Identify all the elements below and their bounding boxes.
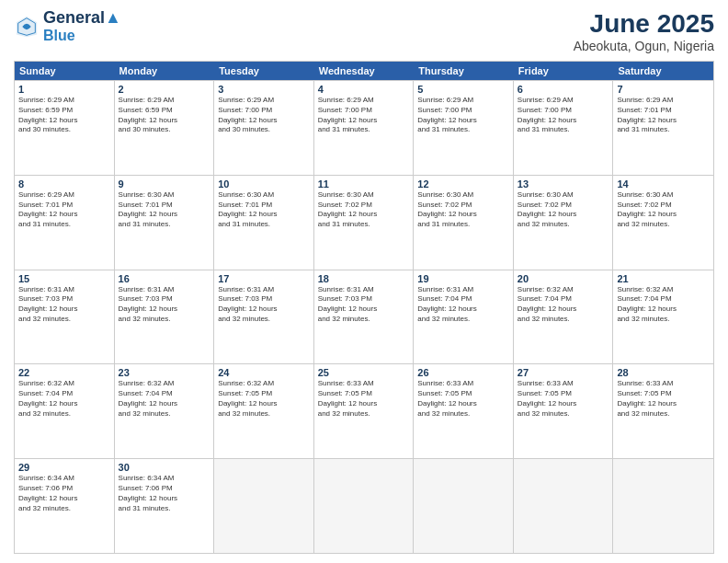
empty-cell xyxy=(514,459,614,553)
day-info: Sunrise: 6:31 AMSunset: 7:03 PMDaylight:… xyxy=(119,285,210,325)
day-info: Sunrise: 6:31 AMSunset: 7:03 PMDaylight:… xyxy=(318,285,410,325)
day-cell-17: 17Sunrise: 6:31 AMSunset: 7:03 PMDayligh… xyxy=(214,270,314,364)
day-info: Sunrise: 6:34 AMSunset: 7:06 PMDaylight:… xyxy=(18,474,110,513)
day-number: 29 xyxy=(18,462,110,473)
empty-cell xyxy=(214,459,314,553)
day-number: 21 xyxy=(617,273,710,284)
day-info: Sunrise: 6:32 AMSunset: 7:05 PMDaylight:… xyxy=(218,379,310,419)
logo: General▲ Blue xyxy=(14,9,121,43)
week-row-2: 15Sunrise: 6:31 AMSunset: 7:03 PMDayligh… xyxy=(15,270,713,364)
day-cell-30: 30Sunrise: 6:34 AMSunset: 7:06 PMDayligh… xyxy=(115,459,215,553)
title-block: June 2025 Abeokuta, Ogun, Nigeria xyxy=(574,9,714,53)
day-number: 17 xyxy=(218,273,310,284)
day-info: Sunrise: 6:29 AMSunset: 7:00 PMDaylight:… xyxy=(518,96,609,135)
day-info: Sunrise: 6:32 AMSunset: 7:04 PMDaylight:… xyxy=(617,285,710,325)
day-number: 14 xyxy=(617,178,710,190)
day-number: 16 xyxy=(119,273,210,284)
day-info: Sunrise: 6:30 AMSunset: 7:01 PMDaylight:… xyxy=(119,190,210,230)
day-info: Sunrise: 6:31 AMSunset: 7:04 PMDaylight:… xyxy=(417,285,509,325)
day-info: Sunrise: 6:30 AMSunset: 7:01 PMDaylight:… xyxy=(218,190,310,230)
day-cell-23: 23Sunrise: 6:32 AMSunset: 7:04 PMDayligh… xyxy=(115,364,215,458)
day-cell-11: 11Sunrise: 6:30 AMSunset: 7:02 PMDayligh… xyxy=(314,176,415,270)
day-cell-4: 4Sunrise: 6:29 AMSunset: 7:00 PMDaylight… xyxy=(314,81,415,175)
day-cell-18: 18Sunrise: 6:31 AMSunset: 7:03 PMDayligh… xyxy=(314,270,415,364)
day-info: Sunrise: 6:30 AMSunset: 7:02 PMDaylight:… xyxy=(318,190,410,230)
day-info: Sunrise: 6:31 AMSunset: 7:03 PMDaylight:… xyxy=(218,285,310,325)
day-info: Sunrise: 6:32 AMSunset: 7:04 PMDaylight:… xyxy=(518,285,609,325)
day-info: Sunrise: 6:29 AMSunset: 7:00 PMDaylight:… xyxy=(218,96,310,135)
empty-cell xyxy=(613,459,713,553)
day-number: 23 xyxy=(119,367,210,378)
calendar-body: 1Sunrise: 6:29 AMSunset: 6:59 PMDaylight… xyxy=(15,80,713,553)
day-cell-29: 29Sunrise: 6:34 AMSunset: 7:06 PMDayligh… xyxy=(15,459,115,553)
day-number: 19 xyxy=(417,273,509,284)
day-number: 26 xyxy=(417,367,509,378)
header-day-friday: Friday xyxy=(514,62,614,80)
day-number: 20 xyxy=(518,273,609,284)
header: General▲ Blue June 2025 Abeokuta, Ogun, … xyxy=(14,9,714,53)
empty-cell xyxy=(414,459,514,553)
day-cell-26: 26Sunrise: 6:33 AMSunset: 7:05 PMDayligh… xyxy=(414,364,514,458)
day-info: Sunrise: 6:32 AMSunset: 7:04 PMDaylight:… xyxy=(119,379,210,419)
header-day-monday: Monday xyxy=(115,62,215,80)
day-number: 3 xyxy=(218,84,310,95)
day-number: 4 xyxy=(318,84,410,95)
week-row-1: 8Sunrise: 6:29 AMSunset: 7:01 PMDaylight… xyxy=(15,175,713,270)
day-info: Sunrise: 6:33 AMSunset: 7:05 PMDaylight:… xyxy=(318,379,410,419)
day-cell-13: 13Sunrise: 6:30 AMSunset: 7:02 PMDayligh… xyxy=(514,176,614,270)
day-number: 8 xyxy=(18,178,110,190)
header-day-wednesday: Wednesday xyxy=(314,62,415,80)
empty-cell xyxy=(314,459,415,553)
header-day-saturday: Saturday xyxy=(613,62,713,80)
month-title: June 2025 xyxy=(574,9,714,39)
day-cell-15: 15Sunrise: 6:31 AMSunset: 7:03 PMDayligh… xyxy=(15,270,115,364)
day-number: 22 xyxy=(18,367,110,378)
day-info: Sunrise: 6:29 AMSunset: 6:59 PMDaylight:… xyxy=(18,96,110,135)
day-number: 1 xyxy=(18,84,110,95)
day-number: 11 xyxy=(318,178,410,190)
day-cell-20: 20Sunrise: 6:32 AMSunset: 7:04 PMDayligh… xyxy=(514,270,614,364)
day-cell-28: 28Sunrise: 6:33 AMSunset: 7:05 PMDayligh… xyxy=(613,364,713,458)
logo-text: General▲ Blue xyxy=(43,9,121,43)
day-number: 6 xyxy=(518,84,609,95)
day-number: 5 xyxy=(417,84,509,95)
day-info: Sunrise: 6:29 AMSunset: 7:01 PMDaylight:… xyxy=(617,96,710,135)
week-row-3: 22Sunrise: 6:32 AMSunset: 7:04 PMDayligh… xyxy=(15,363,713,458)
week-row-0: 1Sunrise: 6:29 AMSunset: 6:59 PMDaylight… xyxy=(15,80,713,175)
day-number: 30 xyxy=(119,462,210,473)
day-info: Sunrise: 6:29 AMSunset: 7:00 PMDaylight:… xyxy=(417,96,509,135)
day-cell-21: 21Sunrise: 6:32 AMSunset: 7:04 PMDayligh… xyxy=(613,270,713,364)
day-info: Sunrise: 6:34 AMSunset: 7:06 PMDaylight:… xyxy=(119,474,210,513)
day-number: 27 xyxy=(518,367,609,378)
day-info: Sunrise: 6:30 AMSunset: 7:02 PMDaylight:… xyxy=(518,190,609,230)
day-info: Sunrise: 6:29 AMSunset: 6:59 PMDaylight:… xyxy=(119,96,210,135)
day-number: 25 xyxy=(318,367,410,378)
header-day-sunday: Sunday xyxy=(15,62,115,80)
day-info: Sunrise: 6:30 AMSunset: 7:02 PMDaylight:… xyxy=(617,190,710,230)
day-cell-14: 14Sunrise: 6:30 AMSunset: 7:02 PMDayligh… xyxy=(613,176,713,270)
day-info: Sunrise: 6:31 AMSunset: 7:03 PMDaylight:… xyxy=(18,285,110,325)
day-info: Sunrise: 6:33 AMSunset: 7:05 PMDaylight:… xyxy=(617,379,710,419)
page: General▲ Blue June 2025 Abeokuta, Ogun, … xyxy=(0,0,728,563)
day-number: 12 xyxy=(417,178,509,190)
day-cell-12: 12Sunrise: 6:30 AMSunset: 7:02 PMDayligh… xyxy=(414,176,514,270)
header-day-thursday: Thursday xyxy=(414,62,514,80)
day-number: 2 xyxy=(119,84,210,95)
day-cell-19: 19Sunrise: 6:31 AMSunset: 7:04 PMDayligh… xyxy=(414,270,514,364)
day-cell-5: 5Sunrise: 6:29 AMSunset: 7:00 PMDaylight… xyxy=(414,81,514,175)
day-number: 13 xyxy=(518,178,609,190)
day-cell-22: 22Sunrise: 6:32 AMSunset: 7:04 PMDayligh… xyxy=(15,364,115,458)
logo-icon xyxy=(14,14,40,40)
week-row-4: 29Sunrise: 6:34 AMSunset: 7:06 PMDayligh… xyxy=(15,458,713,553)
day-info: Sunrise: 6:29 AMSunset: 7:01 PMDaylight:… xyxy=(18,190,110,230)
day-info: Sunrise: 6:30 AMSunset: 7:02 PMDaylight:… xyxy=(417,190,509,230)
day-number: 15 xyxy=(18,273,110,284)
day-number: 18 xyxy=(318,273,410,284)
day-number: 28 xyxy=(617,367,710,378)
day-cell-25: 25Sunrise: 6:33 AMSunset: 7:05 PMDayligh… xyxy=(314,364,415,458)
day-cell-24: 24Sunrise: 6:32 AMSunset: 7:05 PMDayligh… xyxy=(214,364,314,458)
calendar-header: SundayMondayTuesdayWednesdayThursdayFrid… xyxy=(15,62,713,80)
day-cell-8: 8Sunrise: 6:29 AMSunset: 7:01 PMDaylight… xyxy=(15,176,115,270)
day-cell-9: 9Sunrise: 6:30 AMSunset: 7:01 PMDaylight… xyxy=(115,176,215,270)
calendar: SundayMondayTuesdayWednesdayThursdayFrid… xyxy=(14,61,714,554)
